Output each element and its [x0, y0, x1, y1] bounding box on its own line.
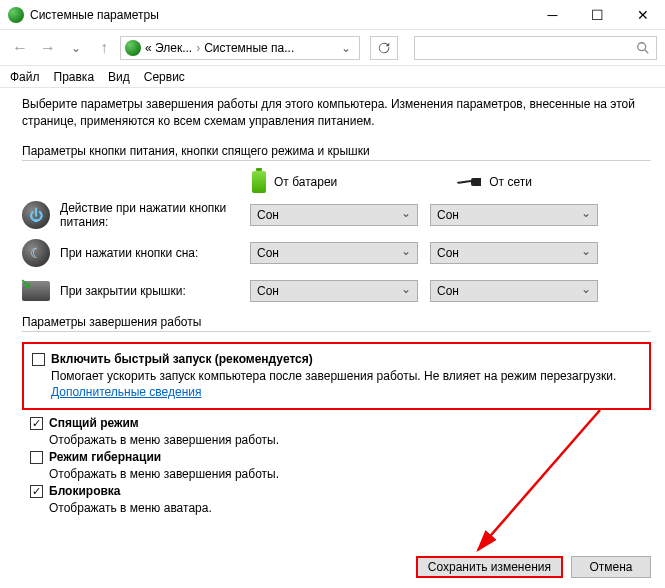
sleep-button-icon [22, 239, 50, 267]
option-description: Отображать в меню завершения работы. [49, 432, 651, 448]
lid-icon [22, 281, 50, 301]
group-header-buttons: Параметры кнопки питания, кнопки спящего… [22, 144, 651, 161]
refresh-icon [377, 41, 391, 55]
column-labels: От батареи От сети [252, 171, 651, 193]
group-header-shutdown: Параметры завершения работы [22, 315, 651, 332]
dropdown-power-ac[interactable]: Сон [430, 204, 598, 226]
checkbox-lock[interactable] [30, 485, 43, 498]
checkbox-fast-startup[interactable] [32, 353, 45, 366]
option-description: Помогает ускорить запуск компьютера посл… [51, 368, 641, 400]
breadcrumb-part: Системные па... [204, 41, 294, 55]
column-battery: От батареи [252, 171, 337, 193]
column-ac-label: От сети [489, 175, 532, 189]
option-title: Включить быстрый запуск (рекомендуется) [51, 352, 641, 366]
checkbox-hibernate[interactable] [30, 451, 43, 464]
option-lock: Блокировка Отображать в меню аватара. [30, 484, 651, 516]
dropdown-power-battery[interactable]: Сон [250, 204, 418, 226]
breadcrumb-separator-icon: › [196, 41, 200, 55]
option-hibernate: Режим гибернации Отображать в меню завер… [30, 450, 651, 482]
address-dropdown-icon[interactable]: ⌄ [337, 41, 355, 55]
row-label: При нажатии кнопки сна: [60, 246, 250, 260]
nav-bar: ← → ⌄ ↑ « Элек... › Системные па... ⌄ [0, 30, 665, 66]
option-description: Отображать в меню завершения работы. [49, 466, 651, 482]
annotation-highlight-box: Включить быстрый запуск (рекомендуется) … [22, 342, 651, 410]
refresh-button[interactable] [370, 36, 398, 60]
menu-service[interactable]: Сервис [144, 70, 185, 84]
option-sleep: Спящий режим Отображать в меню завершени… [30, 416, 651, 448]
title-bar: Системные параметры ─ ☐ ✕ [0, 0, 665, 30]
minimize-button[interactable]: ─ [530, 0, 575, 30]
option-title: Режим гибернации [49, 450, 651, 464]
footer-buttons: Сохранить изменения Отмена [416, 556, 651, 578]
cancel-button[interactable]: Отмена [571, 556, 651, 578]
dropdown-lid-battery[interactable]: Сон [250, 280, 418, 302]
power-button-icon [22, 201, 50, 229]
close-button[interactable]: ✕ [620, 0, 665, 30]
setting-row-lid-close: При закрытии крышки: Сон Сон [22, 277, 651, 305]
setting-row-power-button: Действие при нажатии кнопки питания: Сон… [22, 201, 651, 229]
svg-point-0 [638, 42, 646, 50]
row-label: Действие при нажатии кнопки питания: [60, 201, 250, 229]
forward-button[interactable]: → [36, 36, 60, 60]
option-title: Блокировка [49, 484, 651, 498]
app-icon [8, 7, 24, 23]
battery-icon [252, 171, 266, 193]
option-title: Спящий режим [49, 416, 651, 430]
up-button[interactable]: ↑ [92, 36, 116, 60]
lid-icon-wrap [22, 277, 50, 305]
row-label: При закрытии крышки: [60, 284, 250, 298]
option-fast-startup: Включить быстрый запуск (рекомендуется) … [32, 352, 641, 400]
search-icon [636, 41, 650, 55]
checkbox-sleep[interactable] [30, 417, 43, 430]
plug-icon [455, 176, 481, 188]
dropdown-sleep-ac[interactable]: Сон [430, 242, 598, 264]
dropdown-lid-ac[interactable]: Сон [430, 280, 598, 302]
recent-dropdown[interactable]: ⌄ [64, 36, 88, 60]
content-area: Выберите параметры завершения работы для… [0, 88, 665, 517]
menu-view[interactable]: Вид [108, 70, 130, 84]
breadcrumb-part: « Элек... [145, 41, 192, 55]
more-info-link[interactable]: Дополнительные сведения [51, 385, 201, 399]
intro-text: Выберите параметры завершения работы для… [22, 96, 651, 130]
location-icon [125, 40, 141, 56]
menu-bar: Файл Правка Вид Сервис [0, 66, 665, 88]
svg-line-1 [645, 49, 649, 53]
maximize-button[interactable]: ☐ [575, 0, 620, 30]
column-ac: От сети [455, 175, 532, 189]
search-box[interactable] [414, 36, 658, 60]
save-button[interactable]: Сохранить изменения [416, 556, 563, 578]
menu-edit[interactable]: Правка [54, 70, 95, 84]
option-description: Отображать в меню аватара. [49, 500, 651, 516]
address-bar[interactable]: « Элек... › Системные па... ⌄ [120, 36, 360, 60]
menu-file[interactable]: Файл [10, 70, 40, 84]
setting-row-sleep-button: При нажатии кнопки сна: Сон Сон [22, 239, 651, 267]
back-button[interactable]: ← [8, 36, 32, 60]
window-title: Системные параметры [30, 8, 530, 22]
column-battery-label: От батареи [274, 175, 337, 189]
dropdown-sleep-battery[interactable]: Сон [250, 242, 418, 264]
